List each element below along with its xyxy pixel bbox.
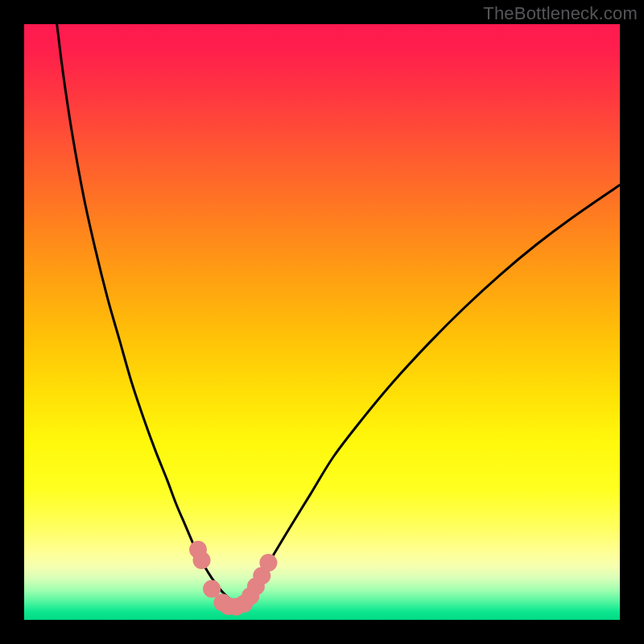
marker-group [189,541,277,616]
curve-right-branch [236,185,620,605]
chart-root: TheBottleneck.com [0,0,644,644]
plot-area [24,24,620,620]
marker-point [193,551,211,569]
watermark-text: TheBottleneck.com [483,3,638,24]
marker-point [259,554,277,572]
curve-left-branch [57,24,236,605]
curve-layer [24,24,620,620]
